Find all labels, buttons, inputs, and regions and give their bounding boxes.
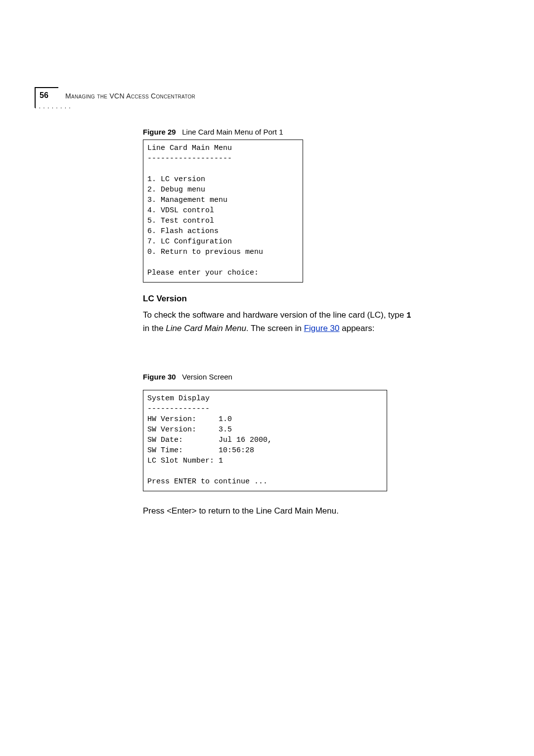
ver-line: LC Slot Number: 1 <box>147 457 223 465</box>
para-code: 1 <box>406 311 411 320</box>
para-text: in the <box>143 324 166 333</box>
lc-version-heading: LC Version <box>143 294 187 304</box>
page-title: Managing the VCN Access Concentrator <box>65 92 195 100</box>
lc-version-paragraph: To check the software and hardware versi… <box>143 309 459 335</box>
version-screen-box: System Display -------------- HW Version… <box>143 390 387 491</box>
ver-line: HW Version: 1.0 <box>147 415 232 424</box>
document-page: 56 Managing the VCN Access Concentrator … <box>0 0 534 756</box>
figure-30-label: Figure 30 <box>143 373 176 381</box>
para-text: . The screen in <box>246 324 304 333</box>
figure-29-label: Figure 29 <box>143 128 176 136</box>
figure-29-caption-text: Line Card Main Menu of Port 1 <box>182 128 283 136</box>
figure-29-caption: Figure 29 Line Card Main Menu of Port 1 <box>143 128 283 136</box>
menu-separator: ------------------- <box>147 154 232 163</box>
menu-item: 6. Flash actions <box>147 227 219 236</box>
menu-item: 5. Test control <box>147 217 214 225</box>
ver-line: SW Version: 3.5 <box>147 425 232 434</box>
menu-prompt: Please enter your choice: <box>147 269 259 277</box>
menu-item: 1. LC version <box>147 175 205 184</box>
closing-paragraph: Press <Enter> to return to the Line Card… <box>143 506 339 516</box>
header-dots: . . . . . . . . . <box>35 103 71 110</box>
ver-line: System Display <box>147 394 210 403</box>
line-card-main-menu-box: Line Card Main Menu ------------------- … <box>143 140 303 283</box>
page-number: 56 <box>40 91 48 100</box>
header-rule-top <box>35 87 58 88</box>
para-text: appears: <box>340 324 375 333</box>
ver-line: -------------- <box>147 405 210 413</box>
figure-30-caption: Figure 30 Version Screen <box>143 373 232 381</box>
menu-item: 4. VDSL control <box>147 206 214 215</box>
menu-item: 0. Return to previous menu <box>147 248 263 256</box>
para-text: To check the software and hardware versi… <box>143 310 406 320</box>
ver-line: SW Time: 10:56:28 <box>147 446 254 455</box>
menu-item: 3. Management menu <box>147 196 227 204</box>
ver-line: Press ENTER to continue ... <box>147 477 267 486</box>
menu-item: 2. Debug menu <box>147 186 205 194</box>
menu-title: Line Card Main Menu <box>147 144 232 152</box>
figure-30-link[interactable]: Figure 30 <box>304 324 340 333</box>
para-italic: Line Card Main Menu <box>166 324 246 333</box>
ver-line: SW Date: Jul 16 2000, <box>147 436 272 444</box>
figure-30-caption-text: Version Screen <box>182 373 232 381</box>
menu-item: 7. LC Configuration <box>147 237 232 246</box>
